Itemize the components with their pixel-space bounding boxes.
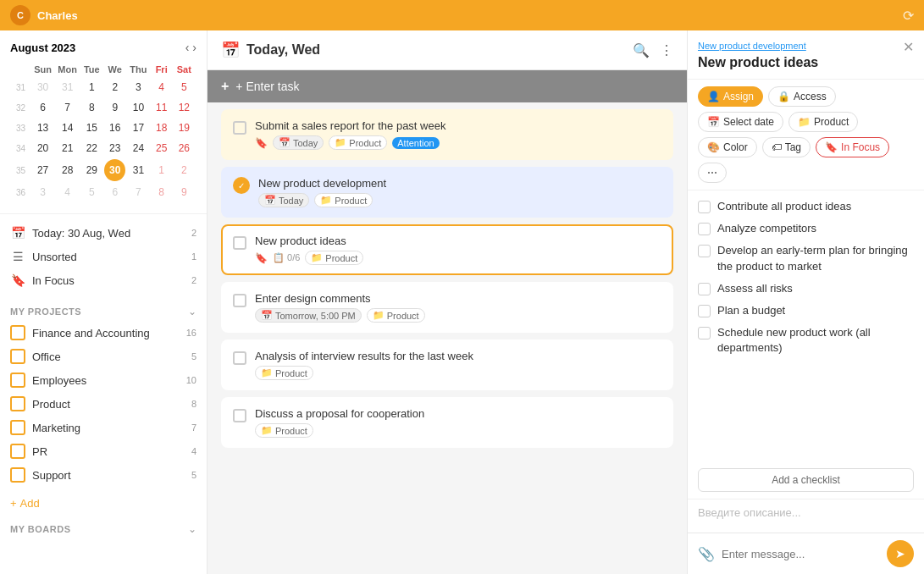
calendar-day[interactable]: 7 [127, 183, 149, 201]
checklist-checkbox[interactable] [698, 305, 711, 317]
sidebar-item-today[interactable]: 📅 Today: 30 Aug, Wed 2 [0, 221, 207, 245]
sidebar-project-item[interactable]: PR 4 [0, 439, 207, 463]
calendar-day[interactable]: 18 [152, 119, 172, 137]
task-item[interactable]: Submit a sales report for the past week … [221, 109, 673, 160]
calendar-day[interactable]: 2 [104, 78, 125, 97]
topbar-refresh-icon[interactable]: ⟳ [903, 8, 914, 24]
calendar-day[interactable]: 28 [56, 159, 79, 181]
color-button[interactable]: 🎨 Color [698, 137, 757, 157]
more-options-button[interactable]: ⋮ [660, 42, 673, 58]
sidebar-project-item[interactable]: Finance and Accounting 16 [0, 321, 207, 345]
calendar-day[interactable]: 24 [127, 139, 149, 157]
message-input[interactable] [722, 548, 880, 560]
calendar-day[interactable]: 11 [152, 98, 172, 117]
in-focus-button[interactable]: 🔖 In Focus [816, 137, 889, 157]
user-avatar[interactable]: C [10, 5, 30, 25]
task-checkbox[interactable] [233, 409, 246, 422]
my-projects-chevron-icon[interactable]: ⌄ [188, 306, 196, 317]
calendar-day[interactable]: 4 [152, 78, 172, 97]
calendar-day[interactable]: 14 [56, 119, 79, 137]
right-panel-close-button[interactable]: ✕ [903, 39, 914, 55]
calendar-day[interactable]: 8 [80, 98, 102, 117]
task-item[interactable]: New product ideas 🔖📋 0/6📁Product [221, 224, 673, 275]
calendar-day[interactable]: 9 [104, 98, 125, 117]
task-checkbox[interactable] [233, 121, 246, 135]
sidebar-item-infocus[interactable]: 🔖 In Focus 2 [0, 268, 207, 292]
calendar-day[interactable]: 3 [31, 183, 54, 201]
project-label: Support [32, 469, 185, 482]
description-area[interactable]: Введите описание... [688, 499, 924, 533]
checklist-checkbox[interactable] [698, 245, 711, 257]
sidebar-project-item[interactable]: Marketing 7 [0, 416, 207, 439]
calendar-day[interactable]: 8 [152, 183, 172, 201]
task-checkbox[interactable] [233, 351, 246, 365]
more-options-btn-panel[interactable]: ⋯ [698, 163, 727, 183]
calendar-day[interactable]: 20 [31, 139, 54, 157]
task-checkbox[interactable] [233, 236, 246, 250]
calendar-day[interactable]: 1 [80, 78, 102, 97]
checklist-item: Assess all risks [698, 281, 914, 296]
task-expand-icon[interactable]: ✓ [233, 177, 250, 194]
task-item[interactable]: Enter design comments 📅Tomorrow, 5:00 PM… [221, 282, 673, 333]
calendar-day[interactable]: 31 [56, 78, 79, 97]
calendar-day[interactable]: 3 [127, 78, 149, 97]
task-item[interactable]: ✓ New product development 📅Today📁Product [221, 167, 673, 218]
calendar-prev-button[interactable]: ‹ [185, 41, 190, 54]
calendar-day[interactable]: 5 [80, 183, 102, 201]
calendar-day[interactable]: 6 [104, 183, 125, 201]
access-button[interactable]: 🔒 Access [768, 86, 836, 107]
project-folder-icon [10, 467, 25, 483]
calendar-day[interactable]: 30 [31, 78, 54, 97]
calendar-day[interactable]: 16 [104, 119, 125, 137]
calendar-next-button[interactable]: › [192, 41, 196, 54]
product-label: Product [814, 116, 849, 128]
product-tag-button[interactable]: 📁 Product [788, 112, 858, 132]
calendar-day[interactable]: 6 [31, 98, 54, 117]
tag-button[interactable]: 🏷 Tag [762, 137, 811, 157]
sidebar-project-item[interactable]: Support 5 [0, 463, 207, 487]
calendar-day[interactable]: 9 [174, 183, 195, 201]
task-item[interactable]: Analysis of interview results for the la… [221, 339, 673, 390]
calendar-day[interactable]: 13 [31, 119, 54, 137]
send-button[interactable]: ➤ [887, 540, 914, 567]
calendar-day[interactable]: 7 [56, 98, 79, 117]
calendar-day[interactable]: 5 [174, 78, 195, 97]
add-project-button[interactable]: + Add [10, 497, 196, 510]
calendar-day[interactable]: 22 [80, 139, 102, 157]
calendar-day[interactable]: 27 [31, 159, 54, 181]
calendar-day[interactable]: 2 [174, 159, 195, 181]
project-folder-icon [10, 349, 25, 364]
calendar-day[interactable]: 10 [127, 98, 149, 117]
assign-button[interactable]: 👤 Assign [698, 86, 763, 107]
sidebar-item-unsorted[interactable]: ☰ Unsorted 1 [0, 245, 207, 268]
checklist-checkbox[interactable] [698, 327, 711, 339]
add-task-bar[interactable]: + + Enter task [207, 70, 687, 102]
right-panel-breadcrumb[interactable]: New product development [698, 41, 806, 51]
task-item[interactable]: Discuss a proposal for cooperation 📁Prod… [221, 397, 673, 448]
my-boards-chevron-icon[interactable]: ⌄ [188, 523, 196, 535]
calendar-day[interactable]: 26 [174, 139, 195, 157]
calendar-day[interactable]: 23 [104, 139, 125, 157]
select-date-button[interactable]: 📅 Select date [698, 112, 783, 132]
sidebar-project-item[interactable]: Product 8 [0, 392, 207, 416]
calendar-day[interactable]: 30 [104, 159, 125, 181]
calendar-day[interactable]: 29 [80, 159, 102, 181]
sidebar-project-item[interactable]: Employees 10 [0, 368, 207, 392]
calendar-day[interactable]: 21 [56, 139, 79, 157]
calendar-day[interactable]: 25 [152, 139, 172, 157]
calendar-day[interactable]: 12 [174, 98, 195, 117]
search-button[interactable]: 🔍 [633, 42, 650, 58]
calendar-day[interactable]: 31 [127, 159, 149, 181]
sidebar-project-item[interactable]: Office 5 [0, 345, 207, 368]
calendar-day[interactable]: 19 [174, 119, 195, 137]
task-checkbox[interactable] [233, 294, 246, 307]
calendar-day[interactable]: 1 [152, 159, 172, 181]
calendar-day[interactable]: 15 [80, 119, 102, 137]
checklist-checkbox[interactable] [698, 223, 711, 235]
task-content: Discuss a proposal for cooperation 📁Prod… [255, 407, 661, 438]
checklist-checkbox[interactable] [698, 201, 711, 213]
calendar-day[interactable]: 4 [56, 183, 79, 201]
add-checklist-button[interactable]: Add a checklist [698, 468, 914, 492]
checklist-checkbox[interactable] [698, 283, 711, 295]
calendar-day[interactable]: 17 [127, 119, 149, 137]
